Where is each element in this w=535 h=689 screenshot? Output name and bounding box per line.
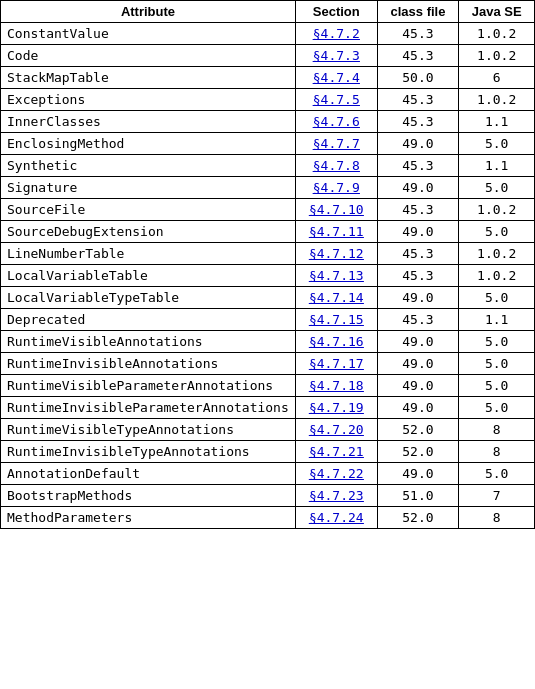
cell-class-file: 49.0 bbox=[377, 287, 459, 309]
table-row: Signature§4.7.949.05.0 bbox=[1, 177, 535, 199]
cell-section[interactable]: §4.7.14 bbox=[296, 287, 378, 309]
cell-java-se: 6 bbox=[459, 67, 535, 89]
table-row: LocalVariableTypeTable§4.7.1449.05.0 bbox=[1, 287, 535, 309]
attributes-table: Attribute Section class file Java SE Con… bbox=[0, 0, 535, 529]
table-row: RuntimeInvisibleTypeAnnotations§4.7.2152… bbox=[1, 441, 535, 463]
cell-section[interactable]: §4.7.17 bbox=[296, 353, 378, 375]
table-row: Code§4.7.345.31.0.2 bbox=[1, 45, 535, 67]
cell-class-file: 45.3 bbox=[377, 199, 459, 221]
cell-section[interactable]: §4.7.15 bbox=[296, 309, 378, 331]
cell-attribute: RuntimeInvisibleAnnotations bbox=[1, 353, 296, 375]
cell-java-se: 1.1 bbox=[459, 155, 535, 177]
cell-section[interactable]: §4.7.20 bbox=[296, 419, 378, 441]
cell-java-se: 1.0.2 bbox=[459, 265, 535, 287]
cell-attribute: Exceptions bbox=[1, 89, 296, 111]
cell-attribute: AnnotationDefault bbox=[1, 463, 296, 485]
header-section: Section bbox=[296, 1, 378, 23]
cell-java-se: 5.0 bbox=[459, 463, 535, 485]
cell-class-file: 45.3 bbox=[377, 23, 459, 45]
cell-java-se: 1.0.2 bbox=[459, 199, 535, 221]
cell-java-se: 5.0 bbox=[459, 133, 535, 155]
cell-java-se: 1.0.2 bbox=[459, 89, 535, 111]
cell-class-file: 51.0 bbox=[377, 485, 459, 507]
cell-attribute: RuntimeVisibleParameterAnnotations bbox=[1, 375, 296, 397]
table-row: RuntimeVisibleParameterAnnotations§4.7.1… bbox=[1, 375, 535, 397]
cell-section[interactable]: §4.7.18 bbox=[296, 375, 378, 397]
cell-class-file: 49.0 bbox=[377, 177, 459, 199]
cell-class-file: 45.3 bbox=[377, 111, 459, 133]
cell-attribute: Signature bbox=[1, 177, 296, 199]
cell-section[interactable]: §4.7.4 bbox=[296, 67, 378, 89]
cell-section[interactable]: §4.7.8 bbox=[296, 155, 378, 177]
cell-section[interactable]: §4.7.21 bbox=[296, 441, 378, 463]
cell-section[interactable]: §4.7.5 bbox=[296, 89, 378, 111]
table-row: AnnotationDefault§4.7.2249.05.0 bbox=[1, 463, 535, 485]
cell-section[interactable]: §4.7.9 bbox=[296, 177, 378, 199]
cell-java-se: 8 bbox=[459, 419, 535, 441]
cell-class-file: 49.0 bbox=[377, 133, 459, 155]
table-row: BootstrapMethods§4.7.2351.07 bbox=[1, 485, 535, 507]
cell-class-file: 52.0 bbox=[377, 441, 459, 463]
cell-section[interactable]: §4.7.7 bbox=[296, 133, 378, 155]
cell-java-se: 5.0 bbox=[459, 397, 535, 419]
cell-attribute: MethodParameters bbox=[1, 507, 296, 529]
cell-attribute: EnclosingMethod bbox=[1, 133, 296, 155]
table-row: SourceDebugExtension§4.7.1149.05.0 bbox=[1, 221, 535, 243]
cell-section[interactable]: §4.7.22 bbox=[296, 463, 378, 485]
cell-attribute: ConstantValue bbox=[1, 23, 296, 45]
cell-attribute: LineNumberTable bbox=[1, 243, 296, 265]
cell-class-file: 49.0 bbox=[377, 463, 459, 485]
table-row: StackMapTable§4.7.450.06 bbox=[1, 67, 535, 89]
cell-attribute: RuntimeVisibleAnnotations bbox=[1, 331, 296, 353]
table-row: SourceFile§4.7.1045.31.0.2 bbox=[1, 199, 535, 221]
cell-attribute: SourceFile bbox=[1, 199, 296, 221]
cell-attribute: BootstrapMethods bbox=[1, 485, 296, 507]
cell-section[interactable]: §4.7.16 bbox=[296, 331, 378, 353]
cell-attribute: InnerClasses bbox=[1, 111, 296, 133]
cell-section[interactable]: §4.7.6 bbox=[296, 111, 378, 133]
table-row: Deprecated§4.7.1545.31.1 bbox=[1, 309, 535, 331]
table-row: LineNumberTable§4.7.1245.31.0.2 bbox=[1, 243, 535, 265]
header-class-file: class file bbox=[377, 1, 459, 23]
cell-attribute: LocalVariableTable bbox=[1, 265, 296, 287]
cell-section[interactable]: §4.7.12 bbox=[296, 243, 378, 265]
table-row: ConstantValue§4.7.245.31.0.2 bbox=[1, 23, 535, 45]
table-row: Exceptions§4.7.545.31.0.2 bbox=[1, 89, 535, 111]
cell-attribute: LocalVariableTypeTable bbox=[1, 287, 296, 309]
cell-attribute: RuntimeVisibleTypeAnnotations bbox=[1, 419, 296, 441]
table-row: RuntimeInvisibleParameterAnnotations§4.7… bbox=[1, 397, 535, 419]
cell-java-se: 1.0.2 bbox=[459, 23, 535, 45]
table-row: MethodParameters§4.7.2452.08 bbox=[1, 507, 535, 529]
cell-attribute: Deprecated bbox=[1, 309, 296, 331]
cell-section[interactable]: §4.7.3 bbox=[296, 45, 378, 67]
cell-class-file: 45.3 bbox=[377, 155, 459, 177]
cell-class-file: 49.0 bbox=[377, 221, 459, 243]
cell-class-file: 49.0 bbox=[377, 331, 459, 353]
cell-java-se: 8 bbox=[459, 507, 535, 529]
cell-attribute: Code bbox=[1, 45, 296, 67]
table-row: EnclosingMethod§4.7.749.05.0 bbox=[1, 133, 535, 155]
cell-java-se: 8 bbox=[459, 441, 535, 463]
table-row: Synthetic§4.7.845.31.1 bbox=[1, 155, 535, 177]
cell-section[interactable]: §4.7.2 bbox=[296, 23, 378, 45]
cell-java-se: 5.0 bbox=[459, 221, 535, 243]
cell-section[interactable]: §4.7.19 bbox=[296, 397, 378, 419]
table-row: RuntimeVisibleAnnotations§4.7.1649.05.0 bbox=[1, 331, 535, 353]
cell-section[interactable]: §4.7.10 bbox=[296, 199, 378, 221]
cell-section[interactable]: §4.7.24 bbox=[296, 507, 378, 529]
cell-class-file: 52.0 bbox=[377, 419, 459, 441]
cell-class-file: 45.3 bbox=[377, 309, 459, 331]
cell-section[interactable]: §4.7.13 bbox=[296, 265, 378, 287]
table-row: LocalVariableTable§4.7.1345.31.0.2 bbox=[1, 265, 535, 287]
header-java-se: Java SE bbox=[459, 1, 535, 23]
cell-section[interactable]: §4.7.23 bbox=[296, 485, 378, 507]
cell-attribute: SourceDebugExtension bbox=[1, 221, 296, 243]
table-row: InnerClasses§4.7.645.31.1 bbox=[1, 111, 535, 133]
cell-java-se: 5.0 bbox=[459, 375, 535, 397]
cell-java-se: 5.0 bbox=[459, 177, 535, 199]
cell-class-file: 45.3 bbox=[377, 89, 459, 111]
cell-section[interactable]: §4.7.11 bbox=[296, 221, 378, 243]
cell-java-se: 1.0.2 bbox=[459, 45, 535, 67]
header-attribute: Attribute bbox=[1, 1, 296, 23]
cell-java-se: 5.0 bbox=[459, 331, 535, 353]
